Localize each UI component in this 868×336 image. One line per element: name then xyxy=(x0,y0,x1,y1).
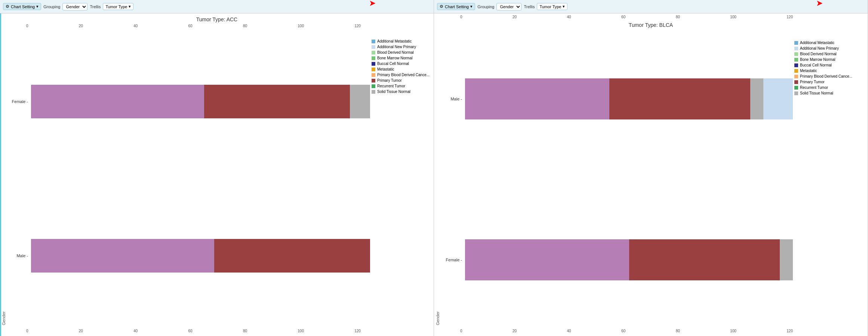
left-chart-area: Gender Female - Male - xyxy=(0,28,434,329)
right-male-bar-light-blue xyxy=(763,78,793,119)
left-female-bars xyxy=(31,85,370,118)
right-legend-color-primary-blood xyxy=(794,75,798,78)
left-bar-legend-container: Female - Male - xyxy=(7,32,434,325)
left-legend-item-primary-blood: Primary Blood Derived Cance... xyxy=(372,73,432,77)
right-female-bar-brown xyxy=(629,239,780,280)
left-legend-item-additional-new-primary: Additional New Primary xyxy=(372,45,432,49)
right-female-bars xyxy=(465,239,793,280)
left-y-axis-label: Gender xyxy=(0,32,7,325)
left-female-bar-brown xyxy=(204,85,350,118)
left-grouping-label: Grouping xyxy=(43,4,60,9)
right-gear-icon: ⚙ xyxy=(440,4,443,9)
left-legend-item-recurrent-tumor: Recurrent Tumor xyxy=(372,84,432,88)
right-female-bar-purple xyxy=(465,239,629,280)
right-legend-color-bone-marrow-normal xyxy=(794,58,798,62)
right-legend-item-recurrent-tumor: Recurrent Tumor xyxy=(794,85,866,90)
left-tumor-dropdown-arrow: ▾ xyxy=(129,4,131,9)
left-tumor-type-dropdown[interactable]: Tumor Type ▾ xyxy=(103,3,133,10)
right-legend-color-additional-metastatic xyxy=(794,41,798,45)
left-female-bar-gray xyxy=(350,85,370,118)
left-legend-item-blood-derived-normal: Blood Derived Normal xyxy=(372,50,432,55)
right-red-arrow-indicator: ➤ xyxy=(816,0,823,8)
right-legend-color-solid-tissue xyxy=(794,91,798,95)
right-female-label: Female - xyxy=(441,258,462,262)
left-legend-color-recurrent-tumor xyxy=(372,84,375,88)
left-legend-color-additional-new-primary xyxy=(372,45,375,49)
right-male-bar-gray xyxy=(750,78,763,119)
right-gender-select[interactable]: Gender xyxy=(496,3,521,10)
left-legend-color-buccal-cell-normal xyxy=(372,62,375,66)
right-legend-item-solid-tissue: Solid Tissue Normal xyxy=(794,91,866,95)
right-chart-setting-label: Chart Setting xyxy=(445,4,469,9)
left-female-label: Female - xyxy=(7,99,28,104)
left-x-axis-bottom: 0 20 40 60 80 100 120 xyxy=(0,329,434,336)
right-panel: ⚙ Chart Setting ▾ Grouping Gender Trelli… xyxy=(434,0,868,336)
left-tumor-type-value: Tumor Type xyxy=(105,4,127,9)
left-panel: ⚙ Chart Setting ▾ Grouping Gender Trelli… xyxy=(0,0,434,336)
right-female-bar-group: Female - xyxy=(441,239,793,280)
right-male-bar-group: Male - xyxy=(441,78,793,119)
left-chart-setting-label: Chart Setting xyxy=(11,4,35,9)
gear-icon: ⚙ xyxy=(6,4,9,9)
right-trellis-label: Trellis xyxy=(524,4,535,9)
right-tumor-type-value: Tumor Type xyxy=(539,4,561,9)
right-x-axis-top: 0 20 40 60 80 100 120 xyxy=(434,13,868,19)
right-x-axis-bottom: 0 20 40 60 80 100 120 xyxy=(434,329,868,336)
left-bars-container: Female - Male - xyxy=(7,32,370,325)
right-legend-color-metastatic xyxy=(794,69,798,73)
left-male-bars xyxy=(31,239,370,273)
left-legend: Additional Metastatic Additional New Pri… xyxy=(370,35,434,325)
left-legend-item-bone-marrow-normal: Bone Marrow Normal xyxy=(372,56,432,60)
left-female-bar-group: Female - xyxy=(7,85,370,118)
right-legend-color-primary-tumor xyxy=(794,80,798,84)
right-legend-color-additional-new-primary xyxy=(794,47,798,50)
right-toolbar: ⚙ Chart Setting ▾ Grouping Gender Trelli… xyxy=(434,0,868,13)
left-legend-color-blood-derived-normal xyxy=(372,51,375,55)
right-tumor-type-dropdown[interactable]: Tumor Type ▾ xyxy=(537,3,567,10)
left-legend-color-primary-tumor xyxy=(372,79,375,83)
left-gender-select[interactable]: Gender xyxy=(62,3,87,10)
left-x-axis-top: 0 20 40 60 80 100 120 xyxy=(0,24,434,28)
right-legend-item-bone-marrow-normal: Bone Marrow Normal xyxy=(794,57,866,62)
left-legend-item-metastatic: Metastatic xyxy=(372,67,432,71)
left-chart-setting-button[interactable]: ⚙ Chart Setting ▾ xyxy=(3,3,41,10)
right-legend-item-additional-new-primary: Additional New Primary xyxy=(794,46,866,50)
right-legend-color-recurrent-tumor xyxy=(794,86,798,90)
left-chart-title: Tumor Type: ACC xyxy=(0,13,434,24)
left-legend-color-bone-marrow-normal xyxy=(372,56,375,60)
left-legend-item-additional-metastatic: Additional Metastatic xyxy=(372,39,432,43)
left-legend-item-buccal-cell-normal: Buccal Cell Normal xyxy=(372,62,432,66)
right-female-bar-gray xyxy=(780,239,793,280)
left-legend-color-primary-blood xyxy=(372,73,375,77)
left-legend-color-solid-tissue xyxy=(372,90,375,94)
right-bar-legend-container: Male - Female - xyxy=(441,33,868,325)
right-male-bars xyxy=(465,78,793,119)
right-y-axis-label: Gender xyxy=(434,33,441,325)
right-male-bar-purple xyxy=(465,78,609,119)
right-legend-item-blood-derived-normal: Blood Derived Normal xyxy=(794,52,866,56)
left-legend-item-primary-tumor: Primary Tumor xyxy=(372,78,432,83)
right-chevron-down-icon: ▾ xyxy=(470,4,473,9)
right-legend: Additional Metastatic Additional New Pri… xyxy=(793,37,868,325)
right-grouping-label: Grouping xyxy=(477,4,494,9)
left-legend-color-additional-metastatic xyxy=(372,40,375,43)
left-male-bar-purple xyxy=(31,239,214,273)
right-legend-item-buccal-cell-normal: Buccal Cell Normal xyxy=(794,63,866,67)
right-legend-color-blood-derived-normal xyxy=(794,52,798,56)
left-male-bar-group: Male - xyxy=(7,239,370,273)
right-tumor-dropdown-arrow: ▾ xyxy=(563,4,565,9)
right-chart-setting-button[interactable]: ⚙ Chart Setting ▾ xyxy=(437,3,475,10)
right-male-bar-brown xyxy=(609,78,750,119)
left-toolbar: ⚙ Chart Setting ▾ Grouping Gender Trelli… xyxy=(0,0,434,13)
right-legend-color-buccal-cell-normal xyxy=(794,63,798,67)
right-chart-title: Tumor Type: BLCA xyxy=(434,19,868,29)
left-male-bar-brown xyxy=(214,239,370,273)
right-legend-item-primary-tumor: Primary Tumor xyxy=(794,80,866,84)
left-red-arrow-indicator: ➤ xyxy=(369,0,376,8)
left-legend-color-metastatic xyxy=(372,68,375,71)
right-bars-container: Male - Female - xyxy=(441,33,793,325)
right-chart-area: Gender Male - Female - xyxy=(434,29,868,329)
chevron-down-icon: ▾ xyxy=(36,4,39,9)
right-legend-item-additional-metastatic: Additional Metastatic xyxy=(794,41,866,45)
left-trellis-label: Trellis xyxy=(90,4,101,9)
